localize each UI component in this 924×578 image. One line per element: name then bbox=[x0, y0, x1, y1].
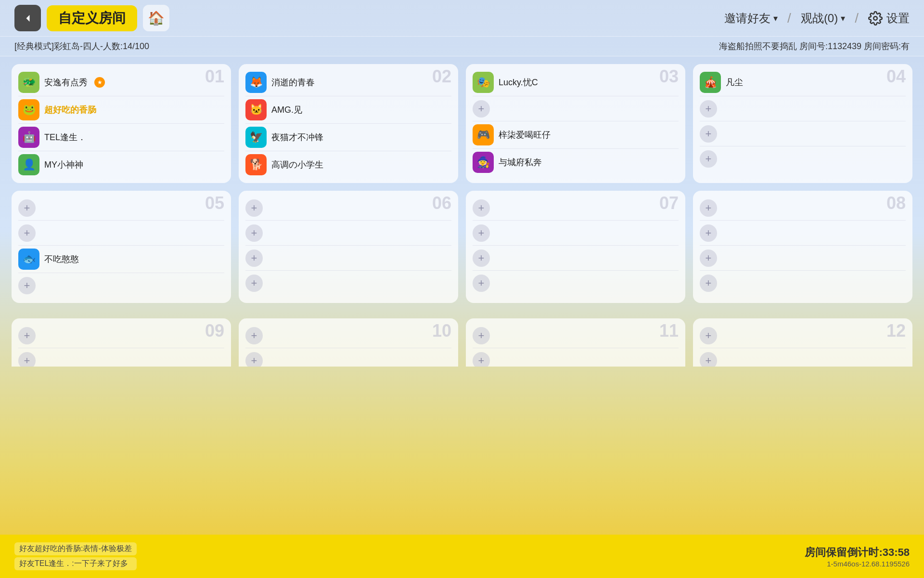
room-info-right: 海盗船拍照不要捣乱 房间号:1132439 房间密码:有 bbox=[719, 40, 910, 52]
empty-slot[interactable]: + bbox=[473, 221, 679, 246]
avatar: 🤖 bbox=[18, 127, 39, 148]
add-player-button[interactable]: + bbox=[473, 275, 490, 292]
team-grid: 01🐲安逸有点秀★🐸超好吃的香肠🤖TEL逢生．👤MY小神神02🦊消逝的青春🐱AM… bbox=[0, 56, 924, 318]
empty-slot[interactable]: + bbox=[245, 271, 451, 296]
home-icon: 🏠 bbox=[148, 10, 165, 26]
add-player-button[interactable]: + bbox=[18, 352, 36, 367]
svg-point-0 bbox=[873, 16, 877, 20]
add-player-button[interactable]: + bbox=[18, 327, 36, 344]
add-player-button[interactable]: + bbox=[473, 199, 490, 217]
empty-slot[interactable]: + bbox=[700, 323, 906, 348]
empty-slot[interactable]: + bbox=[473, 96, 679, 121]
add-player-button[interactable]: + bbox=[473, 100, 490, 118]
player-row: 🐱AMG.见 bbox=[245, 96, 451, 124]
add-player-button[interactable]: + bbox=[245, 250, 263, 267]
empty-slot[interactable]: + bbox=[700, 271, 906, 296]
avatar: 🎪 bbox=[700, 72, 721, 93]
empty-slot[interactable]: + bbox=[473, 348, 679, 367]
empty-slot[interactable]: + bbox=[473, 323, 679, 348]
team-number: 12 bbox=[886, 322, 906, 340]
add-player-button[interactable]: + bbox=[18, 224, 36, 242]
empty-slot[interactable]: + bbox=[473, 196, 679, 221]
empty-slot[interactable]: + bbox=[700, 196, 906, 221]
back-icon bbox=[21, 12, 35, 25]
empty-slot[interactable]: + bbox=[700, 221, 906, 246]
add-player-button[interactable]: + bbox=[700, 199, 717, 217]
player-name: AMG.见 bbox=[271, 104, 302, 116]
empty-slot[interactable]: + bbox=[18, 273, 224, 298]
empty-slot[interactable]: + bbox=[18, 348, 224, 367]
add-player-button[interactable]: + bbox=[700, 352, 717, 367]
player-name: 与城府私奔 bbox=[499, 157, 542, 168]
empty-slot[interactable]: + bbox=[700, 246, 906, 271]
add-player-button[interactable]: + bbox=[245, 275, 263, 292]
bottom-bar: 好友超好吃的香肠:表情-体验极差 好友TEL逢生．:一下子来了好多 房间保留倒计… bbox=[0, 535, 924, 578]
team-number: 02 bbox=[432, 68, 451, 85]
player-name: 安逸有点秀 bbox=[44, 77, 88, 88]
add-player-button[interactable]: + bbox=[245, 352, 263, 367]
team-card: 03🎭Lucky.忧C+🎮梓柒爱喝旺仔🧙与城府私奔 bbox=[466, 64, 685, 183]
player-name: 消逝的青春 bbox=[271, 77, 315, 88]
player-row: 🐟不吃憨憨 bbox=[18, 246, 224, 273]
empty-slot[interactable]: + bbox=[473, 271, 679, 296]
partial-team-card: 12++ bbox=[693, 318, 912, 367]
empty-slot[interactable]: + bbox=[18, 323, 224, 348]
add-player-button[interactable]: + bbox=[700, 125, 717, 143]
empty-slot[interactable]: + bbox=[473, 246, 679, 271]
player-name: 高调の小学生 bbox=[271, 159, 323, 171]
player-row: 🐸超好吃的香肠 bbox=[18, 96, 224, 124]
add-player-button[interactable]: + bbox=[700, 327, 717, 344]
empty-slot[interactable]: + bbox=[700, 348, 906, 367]
spectate-label: 观战(0) bbox=[801, 11, 838, 26]
avatar: 🦅 bbox=[245, 127, 267, 148]
empty-slot[interactable]: + bbox=[245, 348, 451, 367]
add-player-button[interactable]: + bbox=[245, 327, 263, 344]
empty-slot[interactable]: + bbox=[18, 221, 224, 246]
player-name: 不吃憨憨 bbox=[44, 253, 79, 265]
avatar: 🐸 bbox=[18, 99, 39, 120]
header: 自定义房间 🏠 邀请好友 ▾ / 观战(0) ▾ / 设置 bbox=[0, 0, 924, 36]
add-player-button[interactable]: + bbox=[245, 224, 263, 242]
player-row: 🤖TEL逢生． bbox=[18, 124, 224, 151]
home-button[interactable]: 🏠 bbox=[143, 5, 169, 31]
player-row: 🐲安逸有点秀★ bbox=[18, 69, 224, 96]
add-player-button[interactable]: + bbox=[700, 275, 717, 292]
add-player-button[interactable]: + bbox=[18, 277, 36, 294]
empty-slot[interactable]: + bbox=[245, 323, 451, 348]
gear-icon bbox=[868, 11, 883, 26]
separator1: / bbox=[787, 11, 791, 26]
team-card: 06++++ bbox=[239, 191, 458, 303]
empty-slot[interactable]: + bbox=[700, 121, 906, 146]
add-player-button[interactable]: + bbox=[700, 224, 717, 242]
add-player-button[interactable]: + bbox=[700, 100, 717, 118]
empty-slot[interactable]: + bbox=[700, 96, 906, 121]
player-name: 凡尘 bbox=[726, 77, 743, 88]
header-right: 邀请好友 ▾ / 观战(0) ▾ / 设置 bbox=[724, 11, 910, 26]
empty-slot[interactable]: + bbox=[18, 196, 224, 221]
empty-slot[interactable]: + bbox=[245, 196, 451, 221]
team-number: 11 bbox=[659, 322, 679, 340]
add-player-button[interactable]: + bbox=[245, 199, 263, 217]
add-player-button[interactable]: + bbox=[18, 199, 36, 217]
add-player-button[interactable]: + bbox=[473, 327, 490, 344]
add-player-button[interactable]: + bbox=[700, 250, 717, 267]
spectate-button[interactable]: 观战(0) ▾ bbox=[801, 11, 845, 26]
player-name: Lucky.忧C bbox=[499, 77, 538, 88]
chat-message-2: 好友TEL逢生．:一下子来了好多 bbox=[14, 557, 137, 570]
add-player-button[interactable]: + bbox=[473, 250, 490, 267]
settings-label: 设置 bbox=[886, 11, 910, 26]
team-card: 05++🐟不吃憨憨+ bbox=[12, 191, 231, 303]
settings-button[interactable]: 设置 bbox=[868, 11, 910, 26]
empty-slot[interactable]: + bbox=[245, 246, 451, 271]
player-row: 👤MY小神神 bbox=[18, 151, 224, 178]
empty-slot[interactable]: + bbox=[245, 221, 451, 246]
invite-friends-button[interactable]: 邀请好友 ▾ bbox=[724, 11, 778, 26]
player-row: 🎭Lucky.忧C bbox=[473, 69, 679, 96]
back-button[interactable] bbox=[14, 5, 41, 31]
add-player-button[interactable]: + bbox=[473, 224, 490, 242]
team-card: 08++++ bbox=[693, 191, 912, 303]
player-row: 🐕高调の小学生 bbox=[245, 151, 451, 178]
add-player-button[interactable]: + bbox=[700, 150, 717, 168]
add-player-button[interactable]: + bbox=[473, 352, 490, 367]
empty-slot[interactable]: + bbox=[700, 146, 906, 171]
